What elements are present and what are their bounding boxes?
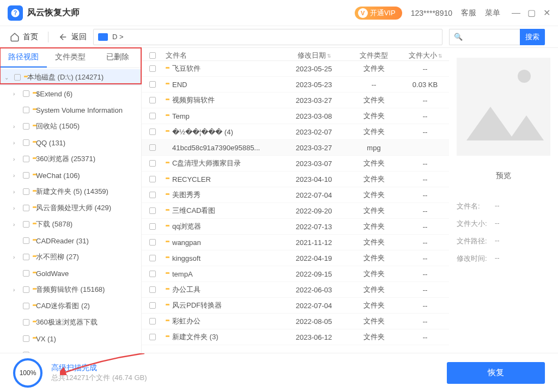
tree-checkbox[interactable] (23, 335, 29, 342)
tree-row[interactable]: ›WeChat (106) (0, 167, 141, 183)
tree-checkbox[interactable] (23, 254, 29, 260)
row-checkbox[interactable] (149, 128, 156, 135)
tab-path-view[interactable]: 路径视图 (0, 48, 47, 68)
row-checkbox[interactable] (149, 65, 156, 72)
maximize-icon[interactable]: ▢ (527, 9, 535, 17)
expand-icon[interactable]: › (13, 156, 20, 162)
row-checkbox[interactable] (149, 286, 156, 293)
list-item[interactable]: 视频剪辑软件2023-03-27文件夹-- (142, 93, 449, 108)
row-checkbox[interactable] (149, 160, 156, 167)
list-item[interactable]: tempA2022-09-15文件夹-- (142, 266, 449, 282)
recover-button[interactable]: 恢复 (447, 362, 545, 384)
tree-checkbox[interactable] (23, 286, 29, 293)
select-all-checkbox[interactable] (149, 52, 156, 59)
tree-checkbox[interactable] (23, 303, 29, 309)
tree-row[interactable]: ›新建文件夹 (5) (14359) (0, 183, 141, 200)
tree-checkbox[interactable] (23, 123, 29, 130)
expand-icon[interactable]: › (13, 124, 20, 130)
list-item[interactable]: �½��¦��� (4)2023-02-07文件夹-- (142, 124, 449, 140)
user-id[interactable]: 123****8910 (411, 9, 452, 17)
expand-icon[interactable]: › (13, 254, 20, 260)
row-checkbox[interactable] (149, 318, 156, 324)
col-type[interactable]: 文件类型 (347, 51, 401, 60)
tree-checkbox[interactable] (23, 172, 29, 179)
tree-checkbox[interactable] (23, 107, 29, 113)
tree-row[interactable]: ›风云音频处理大师 (429) (0, 200, 141, 216)
tree-row[interactable]: System Volume Information (0, 102, 141, 118)
row-checkbox[interactable] (149, 239, 156, 246)
row-checkbox[interactable] (149, 97, 156, 103)
tree-row[interactable]: ›水不照柳 (27) (0, 249, 141, 265)
row-checkbox[interactable] (149, 223, 156, 230)
tree-checkbox[interactable] (23, 139, 29, 146)
tree-checkbox[interactable] (23, 90, 29, 97)
list-item[interactable]: END2023-05-23--0.03 KB (142, 77, 449, 93)
tree-row[interactable]: ›$Extend (6) (0, 85, 141, 102)
row-checkbox[interactable] (149, 192, 156, 198)
home-button[interactable]: 首页 (10, 32, 38, 42)
list-body[interactable]: 飞豆软件2023-05-25文件夹--END2023-05-23--0.03 K… (142, 61, 449, 353)
search-input[interactable] (449, 29, 520, 45)
list-item[interactable]: 风云PDF转换器2022-07-04文件夹-- (142, 298, 449, 314)
row-checkbox[interactable] (149, 81, 156, 88)
list-item[interactable]: RECYCLER2023-04-10文件夹-- (142, 171, 449, 187)
row-checkbox[interactable] (149, 302, 156, 309)
row-checkbox[interactable] (149, 271, 156, 277)
expand-icon[interactable]: › (13, 189, 20, 195)
expand-icon[interactable]: ⌄ (4, 75, 11, 81)
row-checkbox[interactable] (149, 334, 156, 340)
tree-row[interactable]: ›下载 (5878) (0, 216, 141, 232)
list-item[interactable]: 三维CAD看图2022-09-20文件夹-- (142, 203, 449, 219)
list-item[interactable]: 彩虹办公2022-08-05文件夹-- (142, 314, 449, 329)
path-box[interactable]: D > (93, 29, 442, 45)
tab-deleted[interactable]: 已删除 (94, 48, 141, 68)
row-checkbox[interactable] (149, 113, 156, 119)
list-item[interactable]: kinggsoft2022-04-19文件夹-- (142, 250, 449, 266)
tree-checkbox[interactable] (14, 74, 21, 81)
tree-row[interactable]: CADReader (31) (0, 232, 141, 249)
tree-checkbox[interactable] (23, 319, 29, 326)
tree-row[interactable]: ⌄本地磁盘 (D:\;) (124271) (0, 69, 141, 85)
tree-row[interactable]: 360极速浏览器下载 (0, 314, 141, 330)
tab-file-type[interactable]: 文件类型 (47, 48, 94, 68)
tree-row[interactable]: ›360浏览器 (25371) (0, 151, 141, 167)
col-name[interactable]: 文件名 (163, 51, 281, 60)
row-checkbox[interactable] (149, 255, 156, 261)
list-item[interactable]: wangpan2021-11-12文件夹-- (142, 235, 449, 250)
list-item[interactable]: Temp2023-03-08文件夹-- (142, 108, 449, 124)
expand-icon[interactable]: › (13, 222, 20, 228)
close-icon[interactable]: ✕ (543, 9, 550, 17)
tree-checkbox[interactable] (23, 205, 29, 211)
tree-row[interactable]: ›音频剪辑软件 (15168) (0, 281, 141, 298)
search-button[interactable]: 搜索 (520, 29, 545, 45)
tree-checkbox[interactable] (23, 221, 29, 228)
list-item[interactable]: 41bcd58c91a7390e95885...2023-03-27mpg (142, 140, 449, 156)
tree-checkbox[interactable] (23, 270, 29, 277)
expand-icon[interactable]: › (13, 287, 20, 293)
list-item[interactable]: C盘清理大师搬家目录2023-03-07文件夹-- (142, 156, 449, 171)
expand-icon[interactable]: › (13, 205, 20, 211)
back-button[interactable]: 返回 (58, 32, 87, 42)
list-item[interactable]: 美图秀秀2022-07-04文件夹-- (142, 187, 449, 203)
expand-icon[interactable]: › (13, 173, 20, 179)
tree-row[interactable]: ›回收站 (1505) (0, 118, 141, 134)
minimize-icon[interactable]: — (512, 9, 520, 17)
vip-button[interactable]: V 开通VIP (355, 7, 402, 20)
list-item[interactable]: 新建文件夹 (3)2023-06-12文件夹-- (142, 329, 449, 345)
col-size[interactable]: 文件大小⇅ (401, 51, 449, 60)
menu-link[interactable]: 菜单 (485, 8, 500, 18)
tree-row[interactable]: GoldWave (0, 265, 141, 281)
col-date[interactable]: 修改日期⇅ (281, 51, 347, 60)
tree-row[interactable]: ›QQ (131) (0, 134, 141, 151)
list-item[interactable]: 飞豆软件2023-05-25文件夹-- (142, 61, 449, 77)
tree-checkbox[interactable] (23, 188, 29, 195)
row-checkbox[interactable] (149, 144, 156, 151)
list-item[interactable]: qq浏览器2022-07-13文件夹-- (142, 219, 449, 235)
expand-icon[interactable]: › (13, 140, 20, 146)
folder-tree[interactable]: ⌄本地磁盘 (D:\;) (124271)›$Extend (6)System … (0, 68, 141, 353)
list-item[interactable]: 办公工具2022-06-03文件夹-- (142, 282, 449, 298)
row-checkbox[interactable] (149, 207, 156, 214)
tree-row[interactable]: ›360downloads (107) (0, 347, 141, 353)
tree-row[interactable]: VX (1) (0, 330, 141, 347)
row-checkbox[interactable] (149, 176, 156, 182)
